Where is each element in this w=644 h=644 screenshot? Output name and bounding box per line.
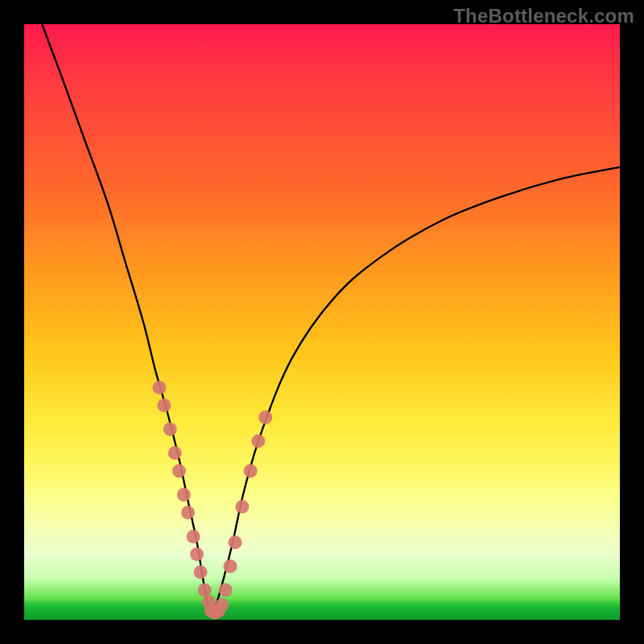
highlight-dot <box>228 535 242 549</box>
highlight-dot <box>215 598 229 612</box>
highlight-dot <box>187 530 200 543</box>
curve-svg <box>24 24 620 620</box>
highlight-dot <box>157 398 171 412</box>
highlight-dot <box>224 559 237 573</box>
highlight-dot <box>168 446 182 460</box>
highlight-dot <box>163 423 177 436</box>
highlight-dot <box>235 500 249 514</box>
highlight-dot <box>172 464 186 478</box>
watermark-text: TheBottleneck.com <box>453 5 634 27</box>
highlight-dot <box>258 411 272 424</box>
highlight-dot <box>198 584 212 597</box>
chart-frame: TheBottleneck.com <box>0 0 644 644</box>
highlight-dot <box>181 506 195 519</box>
highlight-dot <box>152 381 166 394</box>
highlight-dot <box>194 565 208 579</box>
highlight-dot <box>244 464 258 478</box>
highlight-dot <box>219 584 233 597</box>
highlight-dot <box>190 547 204 561</box>
bottleneck-curve <box>42 24 620 612</box>
highlight-dot <box>251 435 265 448</box>
plot-area <box>24 24 620 620</box>
highlight-dot <box>177 488 191 502</box>
